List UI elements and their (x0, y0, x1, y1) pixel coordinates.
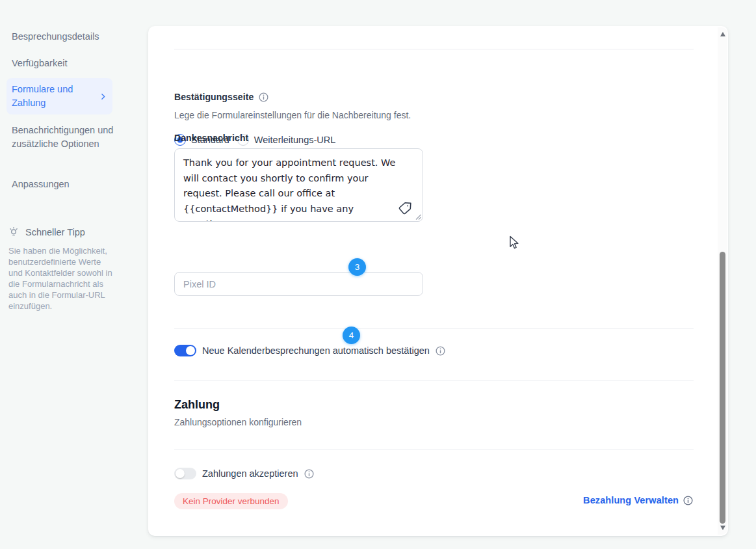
scrollbar-thumb[interactable] (720, 252, 725, 524)
chevron-right-icon (99, 92, 107, 101)
manage-payment-link[interactable]: Bezahlung Verwalten (583, 495, 679, 505)
sidebar-item-benachrichtigungen[interactable]: Benachrichtigungen und zusätzliche Optio… (12, 124, 114, 151)
step-badge-4: 4 (343, 327, 360, 344)
payment-section-subtitle: Zahlungsoptionen konfigurieren (174, 417, 302, 427)
no-provider-status-badge: Kein Provider verbunden (174, 493, 288, 509)
manage-payment-row: Bezahlung Verwalten (583, 495, 693, 505)
quick-tip-header: Schneller Tipp (8, 226, 85, 238)
accept-payments-label: Zahlungen akzeptieren (202, 468, 298, 479)
thank-you-message-textarea[interactable]: Thank you for your appointment request. … (174, 148, 423, 222)
accept-payments-toggle[interactable] (174, 468, 196, 479)
sidebar-item-besprechungsdetails[interactable]: Besprechungsdetails (12, 30, 99, 44)
vertical-scrollbar[interactable] (718, 27, 727, 535)
radio-redirect-label: Weiterleitungs-URL (254, 135, 335, 145)
scroll-down-arrow-icon[interactable] (720, 526, 725, 530)
accept-payments-row: Zahlungen akzeptieren (174, 468, 314, 479)
confirmation-page-label-row: Bestätigungsseite (174, 92, 268, 102)
settings-sidebar: Besprechungsdetails Verfügbarkeit Formul… (0, 0, 144, 549)
info-icon[interactable] (304, 469, 314, 479)
forms-and-payment-panel: Bestätigungsseite Lege die Formulareinst… (148, 26, 728, 536)
lightbulb-icon (8, 226, 20, 238)
info-icon[interactable] (683, 496, 693, 505)
radio-option-redirect-url[interactable]: Weiterleitungs-URL (237, 134, 335, 146)
confirmation-page-description: Lege die Formulareinstellungen für die N… (174, 110, 411, 120)
divider (174, 381, 694, 381)
auto-confirm-label: Neue Kalenderbesprechungen automatisch b… (202, 345, 430, 356)
textarea-resize-handle[interactable] (415, 214, 421, 220)
sidebar-item-verfuegbarkeit[interactable]: Verfügbarkeit (12, 57, 67, 70)
info-icon[interactable] (436, 346, 445, 356)
sidebar-item-label: Formulare und Zahlung (12, 83, 88, 110)
divider (174, 49, 694, 49)
pixel-id-input[interactable] (174, 272, 423, 296)
divider (174, 328, 694, 329)
sidebar-item-anpassungen[interactable]: Anpassungen (12, 178, 70, 191)
step-badge-3: 3 (348, 258, 366, 276)
tag-merge-field-icon[interactable] (398, 202, 411, 215)
payment-section-title: Zahlung (174, 398, 220, 412)
confirmation-page-label: Bestätigungsseite (174, 92, 254, 102)
scroll-up-arrow-icon[interactable] (720, 32, 725, 36)
thank-you-message-wrapper: Thank you for your appointment request. … (174, 148, 423, 222)
auto-confirm-row: Neue Kalenderbesprechungen automatisch b… (174, 345, 445, 356)
divider (174, 449, 694, 449)
sidebar-item-formulare-und-zahlung[interactable]: Formulare und Zahlung (7, 78, 112, 114)
quick-tip-title: Schneller Tipp (25, 227, 85, 237)
auto-confirm-toggle[interactable] (174, 345, 196, 356)
thank-you-message-label: Dankesnachricht (174, 133, 248, 143)
quick-tip-body: Sie haben die Möglichkeit, benutzerdefin… (8, 245, 116, 312)
info-icon[interactable] (259, 92, 268, 102)
